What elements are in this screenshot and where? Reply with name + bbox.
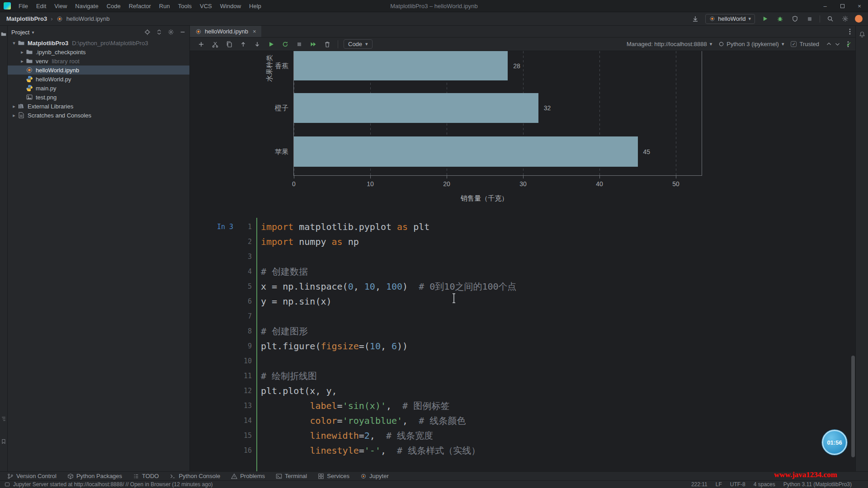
cell-type-select[interactable]: Code ▾ (344, 39, 373, 49)
chevron-right-icon[interactable]: ▸ (19, 49, 26, 55)
menu-run[interactable]: Run (155, 0, 174, 12)
close-tab-icon[interactable]: × (253, 28, 256, 35)
settings-button[interactable] (840, 14, 850, 24)
code-line-4[interactable]: 4# 创建数据 (190, 264, 855, 279)
menu-edit[interactable]: Edit (32, 0, 50, 12)
coverage-button[interactable] (790, 14, 800, 24)
project-panel-title[interactable]: Project (11, 29, 29, 36)
menu-tools[interactable]: Tools (174, 0, 196, 12)
expand-outputs-icon[interactable] (835, 41, 840, 47)
bookmarks-toolwindow-button[interactable] (1, 439, 6, 444)
code-line-9[interactable]: 9plt.figure(figsize=(10, 6)) (190, 339, 855, 354)
code-line-3[interactable]: 3 (190, 249, 855, 264)
tab-helloworld-ipynb[interactable]: helloWorld.ipynb × (190, 26, 261, 37)
project-toolwindow-button[interactable] (1, 31, 7, 37)
code-line-1[interactable]: In 31import matplotlib.pyplot as plt (190, 220, 855, 235)
toolwindow-todo[interactable]: TODO (133, 473, 159, 479)
panel-settings-button[interactable] (168, 29, 174, 35)
chevron-down-icon[interactable]: ▾ (32, 30, 34, 35)
trusted-checkbox[interactable]: ✓ Trusted (791, 41, 819, 47)
cut-cell-button[interactable] (210, 40, 220, 49)
notifications-button[interactable] (859, 31, 865, 38)
tree-item-helloworld-ipynb[interactable]: helloWorld.ipynb (8, 66, 189, 75)
chevron-right-icon[interactable]: ▸ (19, 58, 26, 64)
menu-file[interactable]: File (14, 0, 32, 12)
kernel-select[interactable]: Python 3 (ipykernel) ▾ (719, 41, 784, 47)
code-line-7[interactable]: 7 (190, 309, 855, 324)
minimize-button[interactable]: – (816, 0, 834, 12)
restart-kernel-button[interactable] (280, 40, 290, 49)
inspection-ok-icon[interactable]: ✓ (846, 40, 852, 48)
project-widget[interactable]: MatplotlibPro3 (6, 15, 47, 22)
code-line-14[interactable]: 14 color='royalblue', # 线条颜色 (190, 413, 855, 428)
run-button[interactable] (760, 14, 770, 24)
add-cell-button[interactable] (196, 40, 206, 49)
debug-button[interactable] (775, 14, 785, 24)
collapse-outputs-icon[interactable] (826, 41, 832, 47)
caret-position[interactable]: 222:11 (691, 481, 708, 488)
toolwindow-problems[interactable]: Problems (231, 473, 265, 479)
menu-code[interactable]: Code (103, 0, 125, 12)
code-line-2[interactable]: 2import numpy as np (190, 235, 855, 249)
file-encoding[interactable]: UTF-8 (730, 481, 745, 488)
tree-item-matplotlibpro3[interactable]: ▾MatplotlibPro3D:\python_pro\MatplotlibP… (8, 38, 189, 47)
chevron-right-icon[interactable]: ▸ (10, 103, 18, 109)
tabbar-options-icon[interactable] (849, 28, 851, 35)
hide-panel-button[interactable] (179, 29, 186, 35)
tree-item-main-py[interactable]: main.py (8, 84, 189, 93)
notebook-viewport[interactable]: 水果种类 0102030405028香蕉32橙子45苹果 销售量（千克） In … (190, 51, 855, 471)
menu-vcs[interactable]: VCS (196, 0, 216, 12)
code-line-11[interactable]: 11# 绘制折线图 (190, 369, 855, 384)
structure-toolwindow-button[interactable] (1, 416, 6, 422)
editor-scrollbar[interactable] (851, 356, 855, 457)
breadcrumb-file[interactable]: helloWorld.ipynb (66, 15, 110, 22)
chevron-down-icon[interactable]: ▾ (10, 40, 18, 46)
run-all-cells-button[interactable] (308, 40, 318, 49)
toolwindow-jupyter[interactable]: Jupyter (360, 473, 389, 479)
toolwindow-python-packages[interactable]: Python Packages (67, 473, 122, 479)
run-cell-button[interactable] (266, 40, 276, 49)
stop-execution-button[interactable] (294, 40, 304, 49)
code-line-6[interactable]: 6y = np.sin(x) (190, 294, 855, 309)
status-message[interactable]: Jupyter Server started at http://localho… (13, 481, 213, 488)
line-ending[interactable]: LF (716, 481, 722, 488)
menu-view[interactable]: View (50, 0, 71, 12)
tree-item-scratches-and-consoles[interactable]: ▸Scratches and Consoles (8, 111, 189, 120)
menu-help[interactable]: Help (245, 0, 265, 12)
chevron-right-icon[interactable]: ▸ (10, 113, 18, 118)
tree-item-helloworld-py[interactable]: helloWorld.py (8, 75, 189, 84)
search-everywhere-button[interactable] (825, 14, 835, 24)
tree-item-venv[interactable]: ▸venvlibrary root (8, 56, 189, 66)
menu-navigate[interactable]: Navigate (71, 0, 102, 12)
code-line-16[interactable]: 16 linestyle='-', # 线条样式（实线） (190, 443, 855, 458)
copy-cell-button[interactable] (224, 40, 234, 49)
stop-button[interactable] (805, 14, 815, 24)
toolwindow-version-control[interactable]: Version Control (7, 473, 57, 479)
move-cell-down-button[interactable] (252, 40, 262, 49)
code-line-10[interactable]: 10 (190, 354, 855, 369)
toolwindow-services[interactable]: Services (318, 473, 349, 479)
code-line-13[interactable]: 13 label='sin(x)', # 图例标签 (190, 399, 855, 413)
jupyter-server-select[interactable]: Managed: http://localhost:8888 ▾ (627, 41, 712, 47)
code-line-5[interactable]: 5x = np.linspace(0, 10, 100) # 0到10之间的10… (190, 279, 855, 294)
code-line-8[interactable]: 8# 创建图形 (190, 324, 855, 339)
indent-style[interactable]: 4 spaces (754, 481, 775, 488)
close-button[interactable]: × (851, 0, 868, 12)
delete-cell-button[interactable] (322, 40, 332, 49)
tree-item-external-libraries[interactable]: ▸External Libraries (8, 102, 189, 111)
toolwindow-terminal[interactable]: Terminal (276, 473, 307, 479)
maximize-button[interactable] (834, 0, 851, 12)
tree-item--ipynb-checkpoints[interactable]: ▸.ipynb_checkpoints (8, 47, 189, 56)
run-config-select[interactable]: helloWorld ▾ (705, 14, 755, 24)
move-cell-up-button[interactable] (238, 40, 248, 49)
tree-item-test-png[interactable]: test.png (8, 93, 189, 102)
menu-refactor[interactable]: Refactor (125, 0, 155, 12)
code-line-15[interactable]: 15 linewidth=2, # 线条宽度 (190, 428, 855, 443)
background-tasks-icon[interactable] (5, 482, 10, 487)
code-line-12[interactable]: 12plt.plot(x, y, (190, 384, 855, 399)
vcs-update-button[interactable] (690, 14, 700, 24)
menu-window[interactable]: Window (216, 0, 245, 12)
user-avatar[interactable] (855, 15, 863, 23)
toolwindow-python-console[interactable]: Python Console (170, 473, 220, 479)
code-cell[interactable]: In 31import matplotlib.pyplot as plt2imp… (190, 220, 855, 471)
